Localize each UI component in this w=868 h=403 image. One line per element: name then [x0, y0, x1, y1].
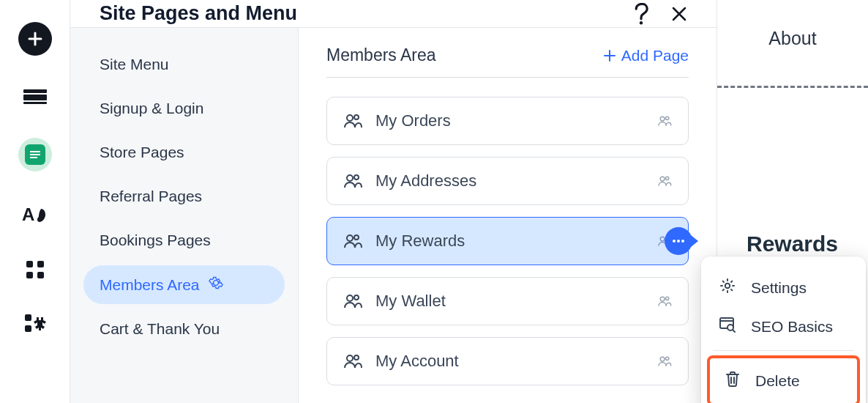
gear-icon	[209, 276, 223, 294]
preview-heading: Rewards	[747, 232, 838, 256]
panel-title: Site Pages and Menu	[100, 2, 297, 25]
context-menu: Settings SEO Basics Delete	[701, 256, 866, 403]
gear-icon	[719, 277, 736, 298]
ctx-settings[interactable]: Settings	[707, 268, 860, 307]
ctx-seo[interactable]: SEO Basics	[707, 307, 860, 346]
category-list: Site Menu Signup & Login Store Pages Ref…	[70, 28, 299, 403]
svg-rect-7	[26, 261, 33, 267]
add-button[interactable]	[18, 22, 52, 56]
page-item-my-rewards[interactable]: My Rewards	[326, 217, 689, 265]
svg-point-20	[660, 177, 665, 181]
page-item-my-addresses[interactable]: My Addresses	[326, 157, 689, 205]
svg-rect-12	[25, 325, 31, 332]
category-cart-thankyou[interactable]: Cart & Thank You	[83, 310, 285, 348]
svg-point-16	[660, 117, 665, 121]
svg-point-19	[354, 175, 359, 180]
svg-point-32	[665, 297, 668, 300]
svg-rect-8	[37, 261, 44, 267]
trash-icon	[725, 370, 741, 391]
sections-icon[interactable]	[23, 89, 48, 105]
category-store-pages[interactable]: Store Pages	[83, 133, 285, 171]
svg-point-26	[673, 240, 676, 243]
svg-text:A: A	[22, 204, 34, 224]
svg-rect-2	[23, 102, 47, 104]
svg-point-34	[354, 355, 359, 360]
category-members-area[interactable]: Members Area	[83, 265, 285, 304]
page-item-my-wallet[interactable]: My Wallet	[326, 277, 689, 325]
category-site-menu[interactable]: Site Menu	[83, 45, 285, 84]
ctx-delete[interactable]: Delete	[713, 361, 854, 400]
svg-point-27	[677, 240, 680, 243]
svg-point-29	[347, 295, 353, 301]
more-actions-button[interactable]	[665, 227, 692, 255]
page-list-pane: Members Area Add Page My Orders My Addre…	[299, 28, 717, 403]
category-bookings-pages[interactable]: Bookings Pages	[83, 221, 285, 259]
apps-settings-icon[interactable]	[23, 313, 47, 333]
svg-point-17	[665, 117, 668, 119]
svg-point-35	[660, 357, 665, 361]
members-icon	[343, 113, 362, 129]
page-item-my-account[interactable]: My Account	[326, 337, 689, 385]
svg-rect-5	[30, 157, 37, 158]
svg-point-37	[725, 284, 730, 288]
svg-point-31	[660, 297, 665, 301]
members-icon	[343, 353, 362, 369]
svg-point-36	[665, 357, 668, 360]
members-badge-icon	[657, 295, 672, 307]
preview-tab-about[interactable]: About	[717, 28, 868, 49]
members-icon	[343, 233, 362, 249]
category-referral-pages[interactable]: Referral Pages	[83, 177, 285, 215]
svg-point-33	[347, 355, 353, 361]
svg-rect-10	[37, 272, 44, 278]
svg-point-28	[681, 240, 684, 243]
svg-point-21	[665, 177, 668, 180]
members-badge-icon	[657, 115, 672, 127]
category-signup-login[interactable]: Signup & Login	[83, 89, 285, 127]
delete-highlight: Delete	[707, 355, 860, 403]
svg-rect-9	[26, 272, 33, 278]
pages-heading: Members Area	[326, 45, 436, 65]
svg-point-23	[354, 235, 359, 240]
pages-panel: Site Pages and Menu Site Menu Signup & L…	[70, 0, 717, 403]
help-icon[interactable]	[633, 3, 649, 25]
svg-point-13	[640, 21, 643, 24]
svg-point-18	[347, 175, 353, 181]
svg-rect-1	[23, 95, 47, 100]
page-item-my-orders[interactable]: My Orders	[326, 97, 689, 145]
close-icon[interactable]	[671, 6, 687, 22]
svg-point-22	[347, 235, 353, 241]
svg-rect-4	[30, 154, 40, 155]
members-badge-icon	[657, 175, 672, 187]
members-icon	[343, 173, 362, 189]
seo-icon	[719, 316, 736, 337]
svg-rect-3	[30, 151, 40, 152]
members-badge-icon	[657, 355, 672, 367]
svg-rect-11	[25, 314, 31, 321]
svg-point-15	[354, 115, 359, 119]
apps-icon[interactable]	[25, 259, 45, 280]
svg-point-30	[354, 295, 359, 300]
svg-rect-0	[23, 89, 47, 93]
design-icon[interactable]: A	[22, 204, 48, 226]
svg-point-14	[347, 115, 353, 121]
add-page-button[interactable]: Add Page	[604, 47, 689, 64]
members-icon	[343, 293, 362, 309]
left-toolbar: A	[0, 0, 70, 403]
pages-button[interactable]	[18, 138, 52, 171]
